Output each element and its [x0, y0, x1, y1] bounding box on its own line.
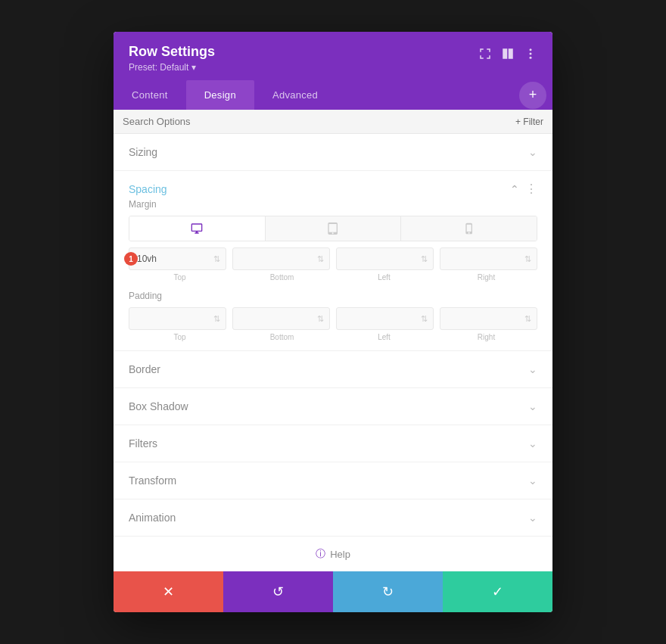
modal-title: Row Settings	[129, 44, 215, 60]
padding-top-input[interactable]	[129, 307, 226, 330]
modal-preset[interactable]: Preset: Default ▾	[129, 62, 215, 73]
margin-right-link-icon[interactable]: ⇅	[524, 254, 531, 264]
section-transform-header[interactable]: Transform ⌄	[114, 462, 552, 499]
tabs-add-button[interactable]: +	[519, 82, 546, 109]
svg-point-2	[530, 57, 532, 59]
padding-bottom-input[interactable]	[232, 307, 330, 330]
padding-right-label: Right	[435, 333, 537, 341]
padding-top-label: Top	[129, 333, 231, 341]
margin-right-input[interactable]	[440, 247, 537, 270]
save-button[interactable]: ✓	[443, 571, 552, 612]
padding-left-input[interactable]	[336, 307, 434, 330]
cancel-button[interactable]: ✕	[114, 571, 223, 612]
margin-left-input[interactable]	[336, 247, 434, 270]
padding-bottom-label: Bottom	[231, 333, 333, 341]
boxshadow-chevron-icon: ⌄	[528, 400, 537, 412]
desktop-icon	[191, 222, 203, 235]
svg-point-0	[530, 48, 532, 51]
margin-bottom-label: Bottom	[231, 273, 333, 282]
modal-container: Row Settings Preset: Default ▾ Content D…	[114, 32, 552, 612]
padding-left-label: Left	[333, 333, 435, 341]
help-icon: ⓘ	[316, 547, 325, 561]
margin-top-group: 1 ⇅	[129, 247, 226, 270]
margin-labels: Top Bottom Left Right	[129, 273, 537, 282]
section-filters-label: Filters	[129, 437, 157, 450]
padding-top-link-icon[interactable]: ⇅	[213, 314, 220, 324]
spacing-header-row: Spacing ⌃ ⋮	[114, 171, 552, 196]
columns-icon[interactable]	[501, 47, 515, 61]
svg-point-1	[530, 53, 532, 55]
spacing-more-icon[interactable]: ⋮	[525, 182, 537, 196]
margin-bottom-input[interactable]	[232, 247, 330, 270]
margin-top-label: Top	[129, 273, 231, 282]
undo-button[interactable]: ↺	[223, 571, 333, 612]
margin-top-input-group: ⇅	[129, 247, 226, 270]
section-transform: Transform ⌄	[114, 462, 552, 499]
resp-tab-mobile[interactable]	[401, 216, 537, 241]
padding-input-row: ⇅ ⇅ ⇅ ⇅	[129, 307, 537, 330]
section-transform-label: Transform	[129, 474, 176, 487]
section-filters: Filters ⌄	[114, 425, 552, 462]
margin-bottom-link-icon[interactable]: ⇅	[317, 254, 324, 264]
padding-right-input-group: ⇅	[440, 307, 537, 330]
focus-icon[interactable]	[478, 47, 492, 61]
margin-right-input-group: ⇅	[440, 247, 537, 270]
padding-bottom-input-group: ⇅	[232, 307, 330, 330]
margin-left-link-icon[interactable]: ⇅	[421, 254, 428, 264]
panel-body: Sizing ⌄ Spacing ⌃ ⋮ Margin	[114, 134, 552, 571]
border-chevron-icon: ⌄	[528, 363, 537, 375]
spacing-chevron-icon[interactable]: ⌃	[510, 183, 519, 195]
resp-tab-tablet[interactable]	[266, 216, 402, 241]
padding-bottom-link-icon[interactable]: ⇅	[317, 314, 324, 324]
tablet-icon	[327, 222, 339, 235]
margin-input-row: 1 ⇅ ⇅ ⇅ ⇅	[129, 247, 537, 270]
padding-right-input[interactable]	[440, 307, 537, 330]
section-border-label: Border	[129, 363, 160, 375]
help-bar: ⓘ Help	[114, 537, 552, 571]
search-input[interactable]	[123, 116, 274, 127]
section-animation-label: Animation	[129, 512, 176, 524]
margin-right-label: Right	[435, 273, 537, 282]
section-animation: Animation ⌄	[114, 499, 552, 537]
section-sizing: Sizing ⌄	[114, 134, 552, 171]
margin-left-label: Left	[333, 273, 435, 282]
section-boxshadow-label: Box Shadow	[129, 400, 188, 412]
responsive-tabs-margin	[129, 216, 537, 241]
padding-right-link-icon[interactable]: ⇅	[524, 314, 531, 324]
modal-header: Row Settings Preset: Default ▾	[114, 32, 552, 80]
section-filters-header[interactable]: Filters ⌄	[114, 425, 552, 462]
margin-top-input[interactable]	[129, 247, 226, 270]
margin-top-link-icon[interactable]: ⇅	[213, 254, 220, 264]
animation-chevron-icon: ⌄	[528, 512, 537, 524]
tab-advanced[interactable]: Advanced	[254, 80, 336, 110]
title-group: Row Settings Preset: Default ▾	[129, 44, 215, 73]
section-border-header[interactable]: Border ⌄	[114, 351, 552, 387]
search-bar: + Filter	[114, 110, 552, 134]
more-icon[interactable]	[524, 47, 537, 61]
redo-button[interactable]: ↻	[333, 571, 443, 612]
section-boxshadow-header[interactable]: Box Shadow ⌄	[114, 388, 552, 425]
section-spacing-label: Spacing	[129, 183, 167, 195]
padding-left-link-icon[interactable]: ⇅	[421, 314, 428, 324]
resp-tab-desktop[interactable]	[129, 216, 266, 241]
badge-indicator: 1	[124, 252, 138, 266]
section-border: Border ⌄	[114, 351, 552, 388]
header-icons	[478, 47, 537, 61]
tab-design[interactable]: Design	[186, 80, 254, 110]
mobile-icon	[463, 222, 475, 235]
tabs-bar: Content Design Advanced +	[114, 80, 552, 110]
section-animation-header[interactable]: Animation ⌄	[114, 499, 552, 536]
section-sizing-header[interactable]: Sizing ⌄	[114, 134, 552, 170]
transform-chevron-icon: ⌄	[528, 474, 537, 487]
section-sizing-label: Sizing	[129, 146, 157, 158]
margin-left-input-group: ⇅	[336, 247, 434, 270]
filters-chevron-icon: ⌄	[528, 437, 537, 450]
action-bar: ✕ ↺ ↻ ✓	[114, 571, 552, 612]
help-label[interactable]: Help	[330, 549, 350, 560]
tab-content[interactable]: Content	[114, 80, 186, 110]
filter-button[interactable]: + Filter	[515, 117, 543, 127]
padding-label: Padding	[114, 291, 552, 301]
spacing-header-icons: ⌃ ⋮	[510, 182, 537, 196]
section-spacing: Spacing ⌃ ⋮ Margin	[114, 171, 552, 351]
padding-left-input-group: ⇅	[336, 307, 434, 330]
